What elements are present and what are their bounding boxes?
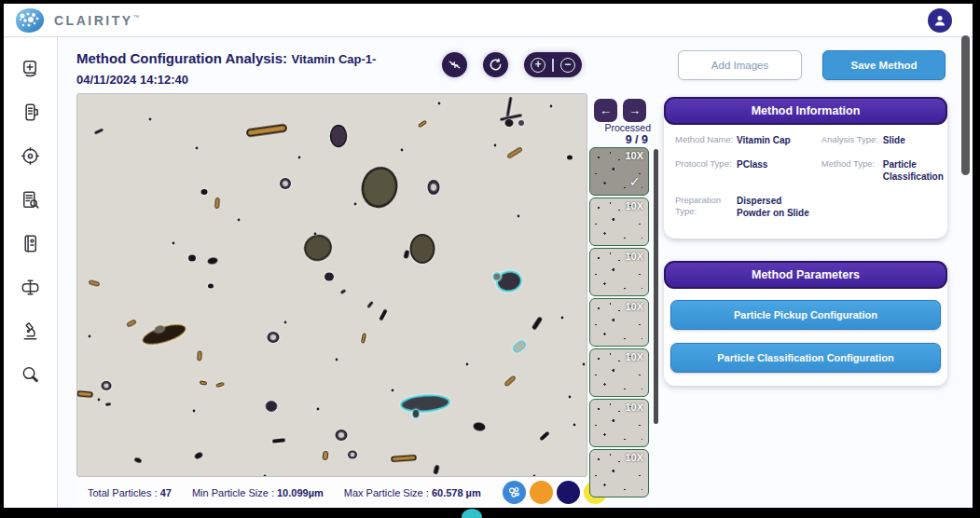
title-method-name: Vitamin Cap-1- — [292, 52, 377, 66]
field-protocol-type: Protocol Type:PClass — [675, 158, 821, 183]
title-date: 04/11/2024 14:12:40 — [76, 73, 188, 87]
min-particle-size-value: 10.099µm — [277, 487, 324, 498]
total-particles-value: 47 — [160, 487, 172, 498]
person-icon — [932, 13, 947, 28]
sidebar-item-slide-stage[interactable] — [19, 275, 43, 299]
report-search-icon — [20, 189, 41, 211]
magnification-label: 10X — [625, 351, 643, 362]
trademark: ™ — [133, 14, 140, 20]
sidebar-item-target[interactable] — [19, 143, 43, 168]
legend-swatch-overlay-toggle[interactable] — [503, 481, 526, 504]
magnification-label: 10X — [625, 452, 643, 463]
field-analysis-type: Analysis Type:Slide — [821, 134, 936, 146]
app-window: CLAIRITY™ — [4, 4, 973, 508]
processed-counter: Processed 9 / 9 — [569, 122, 651, 146]
brand-name: CLAIRITY — [54, 13, 133, 28]
converge-arrows-icon — [448, 58, 462, 72]
min-particle-size: Min Particle Size : 10.099µm — [192, 487, 324, 498]
sidebar-item-report-review[interactable] — [19, 187, 43, 211]
sidebar-item-microscope[interactable] — [19, 319, 43, 343]
sidebar-item-add-image[interactable] — [19, 56, 43, 80]
particle-classification-configuration-button[interactable]: Particle Classification Configuration — [670, 343, 941, 373]
brand: CLAIRITY™ — [13, 7, 140, 34]
sidebar-item-slides[interactable] — [19, 100, 43, 124]
total-particles: Total Particles : 47 — [88, 487, 172, 498]
field-method-type: Method Type:Particle Classification — [821, 158, 936, 183]
thumbnail-7[interactable]: 10X — [589, 449, 649, 498]
page-title: Method Configuration Analysis: Vitamin C… — [76, 48, 376, 89]
magnification-label: 10X — [625, 402, 643, 413]
legend-swatch-class-navy[interactable] — [557, 481, 580, 504]
field-preparation-type: Preparation Type:Dispersed Powder on Sli… — [675, 195, 821, 219]
save-method-button[interactable]: Save Method — [822, 50, 945, 80]
method-information-body: Method Name:Vitamin Cap Analysis Type:Sl… — [664, 125, 947, 225]
slide-cassette-icon — [20, 102, 41, 123]
legend-swatch-teal-partial[interactable] — [462, 509, 482, 518]
method-parameters-body: Particle Pickup Configuration Particle C… — [664, 289, 947, 373]
thumbnail-1[interactable]: 10X✓ — [589, 147, 649, 196]
refresh-button[interactable] — [483, 52, 508, 77]
microscope-icon — [20, 320, 41, 342]
next-image-button[interactable]: → — [623, 99, 646, 122]
zoom-in-button[interactable]: + — [531, 58, 545, 73]
status-bar: Total Particles : 47 Min Particle Size :… — [76, 478, 587, 507]
magnification-label: 10X — [625, 150, 643, 161]
page-scrollbar[interactable] — [961, 35, 970, 175]
zoom-divider — [552, 59, 554, 72]
center-view-button[interactable] — [442, 52, 467, 77]
processed-count: 9 / 9 — [569, 133, 651, 146]
particle-cluster-icon — [507, 485, 521, 499]
legend-swatch-class-orange[interactable] — [530, 481, 553, 504]
title-prefix: Method Configuration Analysis: — [76, 50, 287, 66]
search-icon — [20, 364, 41, 386]
left-sidebar — [4, 37, 58, 508]
slide-stage-icon — [20, 277, 41, 298]
prev-image-button[interactable]: ← — [594, 99, 617, 122]
thumbnail-4[interactable]: 10X — [589, 298, 649, 347]
max-particle-size: Max Particle Size : 60.578 µm — [344, 487, 481, 498]
field-method-name: Method Name:Vitamin Cap — [675, 134, 821, 146]
add-image-icon — [20, 58, 41, 79]
clairity-logo-icon — [13, 7, 47, 34]
thumbnail-5[interactable]: 10X — [589, 348, 649, 397]
main-content: Method Configuration Analysis: Vitamin C… — [58, 37, 973, 508]
refresh-icon — [489, 58, 503, 72]
user-avatar[interactable] — [928, 8, 952, 33]
thumbnail-list: 10X✓10X10X10X10X10X10X — [589, 147, 649, 498]
notebook-icon — [20, 233, 41, 254]
zoom-control: + − — [524, 52, 582, 77]
max-particle-size-value: 60.578 µm — [432, 487, 481, 498]
specimen-image[interactable] — [76, 93, 587, 477]
magnification-label: 10X — [625, 251, 643, 262]
thumbnail-3[interactable]: 10X — [589, 248, 649, 296]
sidebar-item-notebook[interactable] — [19, 231, 43, 255]
processed-label: Processed — [569, 122, 651, 133]
magnification-label: 10X — [625, 200, 643, 211]
particle-pickup-configuration-button[interactable]: Particle Pickup Configuration — [670, 300, 941, 330]
method-information-panel: Method Information Method Name:Vitamin C… — [664, 97, 947, 239]
method-information-header: Method Information — [664, 97, 947, 125]
sidebar-item-search[interactable] — [19, 362, 43, 387]
method-parameters-panel: Method Parameters Particle Pickup Config… — [664, 261, 947, 386]
magnification-label: 10X — [625, 301, 643, 312]
thumbnail-2[interactable]: 10X — [589, 198, 649, 246]
add-images-button[interactable]: Add Images — [678, 50, 802, 80]
method-parameters-header: Method Parameters — [664, 261, 947, 289]
target-icon — [20, 145, 41, 167]
selected-check-icon: ✓ — [628, 173, 641, 190]
thumbnail-6[interactable]: 10X — [589, 399, 649, 447]
thumbnail-scrollbar[interactable] — [654, 149, 658, 424]
top-header: CLAIRITY™ — [4, 4, 973, 37]
zoom-out-button[interactable]: − — [560, 58, 575, 73]
